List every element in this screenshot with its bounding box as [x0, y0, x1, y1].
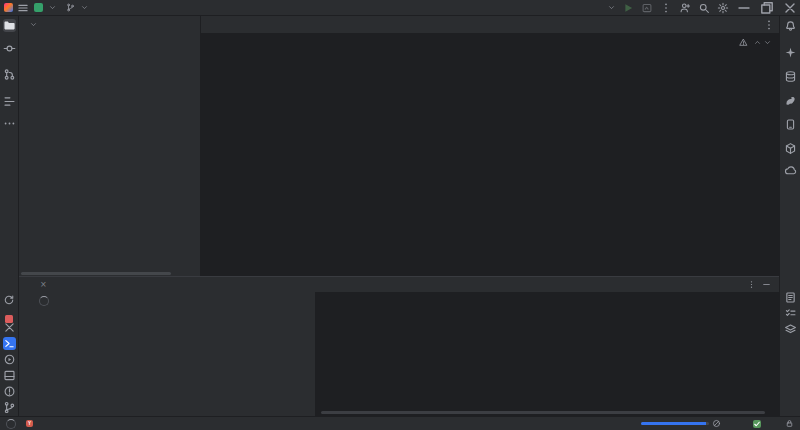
app-logo-icon [4, 3, 13, 12]
ide-window: × [0, 0, 800, 430]
breadcrumb[interactable]: Y [20, 420, 36, 427]
build-panel: × [19, 276, 779, 416]
run-button[interactable] [622, 2, 634, 14]
close-button[interactable] [782, 0, 798, 15]
services-icon[interactable] [3, 353, 16, 366]
gradle-icon[interactable] [784, 94, 797, 107]
branch-icon [66, 3, 75, 12]
branch-selector[interactable] [61, 2, 93, 13]
chevron-down-icon [608, 4, 615, 11]
build-spinner-icon [39, 296, 49, 306]
run-console-icon[interactable] [3, 369, 16, 382]
rerun-sync-icon[interactable] [3, 294, 15, 306]
build-console[interactable] [315, 292, 779, 416]
progress-fill [641, 422, 706, 425]
project-badge-icon [34, 3, 43, 12]
gradle-import-progress[interactable] [638, 419, 721, 428]
left-tool-rail [0, 16, 19, 416]
chevron-down-icon [81, 4, 88, 11]
translation-icon[interactable] [784, 164, 797, 177]
chevron-down-icon [30, 21, 37, 28]
stop-icon [5, 315, 13, 323]
main-menu-icon[interactable] [17, 2, 29, 14]
todo-icon[interactable] [784, 307, 797, 320]
chevron-down-icon [49, 4, 56, 11]
database-icon[interactable] [784, 70, 797, 83]
minimize-button[interactable] [736, 0, 752, 15]
pull-requests-icon[interactable] [3, 68, 16, 81]
more-actions-icon[interactable] [660, 2, 672, 14]
chevron-down-icon[interactable] [764, 39, 771, 46]
inspections-ok-icon[interactable] [753, 420, 761, 428]
documentation-icon[interactable] [784, 291, 797, 304]
code-editor[interactable] [201, 34, 779, 276]
build-panel-header: × [19, 277, 779, 292]
titlebar [0, 0, 800, 16]
run-config-selector[interactable] [606, 4, 615, 11]
device-manager-icon[interactable] [784, 118, 797, 131]
status-bar: Y [0, 416, 800, 430]
layers-icon[interactable] [784, 323, 797, 336]
stop-build-icon[interactable] [5, 309, 17, 321]
commit-icon[interactable] [3, 42, 16, 55]
yaml-file-icon: Y [26, 420, 33, 427]
editor-area [201, 16, 779, 276]
problems-icon[interactable] [3, 385, 16, 398]
tree-horizontal-scrollbar[interactable] [21, 272, 171, 275]
restore-button[interactable] [759, 0, 775, 15]
ai-assistant-icon[interactable] [784, 46, 797, 59]
build-status-area[interactable] [19, 292, 315, 416]
build-sync-tab[interactable]: × [37, 280, 47, 289]
structure-icon[interactable] [3, 95, 16, 108]
project-selector[interactable] [29, 2, 61, 13]
right-tool-rail [779, 16, 800, 416]
chevron-up-icon[interactable] [754, 39, 761, 46]
project-tree [19, 33, 200, 276]
panel-options-icon[interactable] [747, 280, 756, 289]
progress-bar [641, 422, 709, 425]
project-toolwindow-icon[interactable] [3, 19, 16, 32]
project-panel [19, 16, 201, 276]
settings-icon[interactable] [717, 2, 729, 14]
console-horizontal-scrollbar[interactable] [321, 411, 765, 414]
terminal-icon[interactable] [3, 337, 16, 350]
more-toolwindows-icon[interactable] [3, 117, 16, 130]
editor-tabs [201, 16, 779, 34]
cancel-progress-icon[interactable] [712, 419, 721, 428]
profiler-button[interactable] [641, 2, 653, 14]
inspection-warning-icon [739, 38, 748, 47]
search-icon[interactable] [698, 2, 710, 14]
hide-panel-icon[interactable] [762, 280, 771, 289]
version-control-icon[interactable] [3, 401, 16, 414]
notifications-icon[interactable] [784, 19, 797, 32]
close-tab-icon[interactable]: × [40, 280, 47, 289]
dependencies-icon[interactable] [784, 142, 797, 155]
project-panel-header[interactable] [19, 16, 200, 33]
inspections-widget[interactable] [739, 38, 771, 47]
tab-options-icon[interactable] [763, 19, 775, 31]
readonly-lock-icon[interactable] [785, 419, 794, 428]
status-spinner-icon [6, 419, 16, 429]
code-with-me-icon[interactable] [679, 2, 691, 14]
